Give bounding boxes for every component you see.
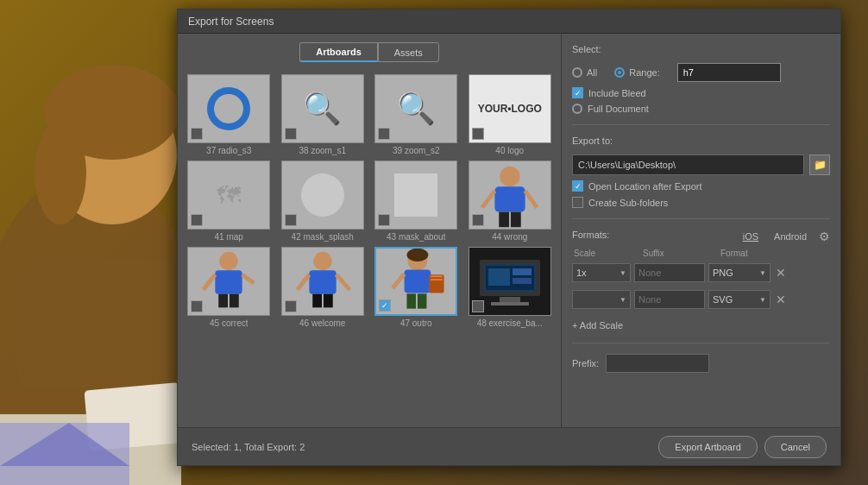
svg-point-15 (219, 252, 238, 271)
artboard-item-40[interactable]: YOUR•LOGO 40 logo (466, 74, 555, 155)
export-to-label: Export to: (572, 135, 830, 146)
svg-rect-38 (500, 297, 520, 302)
thumb-radio (207, 87, 250, 130)
scale-select-1[interactable]: 1x ▼ (572, 263, 631, 282)
artboard-item-47[interactable]: 47 outro (372, 247, 461, 328)
range-input[interactable] (677, 63, 781, 82)
artboard-checkbox-38 (285, 128, 297, 140)
export-artboard-button[interactable]: Export Artboard (658, 436, 757, 458)
ios-tab[interactable]: iOS (739, 230, 762, 243)
artboard-thumb-39: 🔍 (374, 74, 457, 143)
artboard-thumb-47 (374, 247, 457, 316)
svg-rect-19 (219, 294, 229, 308)
open-after-label: Open Location after Export (588, 181, 701, 192)
prefix-row: Prefix: (572, 354, 830, 373)
svg-line-24 (336, 274, 349, 290)
android-tab[interactable]: Android (771, 230, 810, 243)
svg-rect-25 (312, 294, 322, 308)
artboard-thumb-46 (281, 247, 364, 316)
remove-format-2-button[interactable]: ✕ (774, 293, 788, 306)
format-arrow-2: ▼ (759, 296, 766, 304)
artboard-item-48[interactable]: 48 exercise_ba... (466, 247, 555, 328)
divider-1 (572, 124, 830, 125)
full-document-row[interactable]: Full Document (572, 104, 830, 114)
browse-folder-button[interactable]: 📁 (809, 154, 830, 175)
selected-info: Selected: 1, Total Export: 2 (192, 442, 305, 452)
artboard-item-38[interactable]: 🔍 38 zoom_s1 (279, 74, 368, 155)
artboard-item-42[interactable]: 42 mask_splash (279, 161, 368, 242)
artboard-checkbox-44 (472, 214, 484, 226)
artboard-label-44: 44 wrong (492, 232, 527, 242)
artboard-thumb-38: 🔍 (281, 74, 364, 143)
artboard-item-45[interactable]: 45 correct (185, 247, 274, 328)
remove-format-1-button[interactable]: ✕ (774, 266, 788, 280)
create-subfolders-row[interactable]: Create Sub-folders (572, 197, 830, 208)
scale-arrow-2: ▼ (620, 296, 626, 304)
suffix-input-2[interactable] (634, 290, 705, 309)
open-after-row[interactable]: Open Location after Export (572, 180, 830, 192)
artboard-thumb-40: YOUR•LOGO (469, 74, 551, 143)
formats-right: iOS Android ⚙ (739, 230, 830, 243)
artboard-item-43[interactable]: 43 mask_about (372, 161, 461, 242)
svg-rect-31 (430, 274, 444, 293)
artboard-item-46[interactable]: 46 welcome (279, 247, 368, 328)
formats-section: Formats: iOS Android ⚙ Scale Suffix Form… (572, 230, 830, 332)
svg-line-18 (242, 274, 255, 283)
artboard-checkbox-47 (379, 299, 391, 312)
artboard-item-44[interactable]: 44 wrong (466, 161, 555, 242)
artboard-checkbox-41 (191, 214, 203, 226)
radio-all[interactable]: All (572, 67, 597, 78)
select-label: Select: (572, 44, 830, 54)
desktop-svg (475, 255, 544, 307)
prefix-input[interactable] (606, 354, 709, 373)
svg-rect-39 (491, 302, 529, 305)
svg-point-3 (35, 121, 86, 224)
scale-select-2[interactable]: ▼ (572, 290, 631, 309)
tab-assets[interactable]: Assets (378, 42, 439, 62)
create-subfolders-label: Create Sub-folders (588, 198, 668, 208)
artboard-checkbox-48 (472, 300, 484, 312)
format-row-2: ▼ SVG ▼ ✕ (572, 290, 830, 309)
radio-all-label: All (587, 67, 597, 78)
radio-range[interactable]: Range: (614, 67, 659, 78)
formats-settings-button[interactable]: ⚙ (819, 230, 830, 243)
add-scale-button[interactable]: + Add Scale (572, 318, 830, 332)
select-section: Select: All Range: Include Bleed (572, 44, 830, 114)
cancel-button[interactable]: Cancel (764, 436, 827, 458)
artboard-label-38: 38 zoom_s1 (299, 146, 346, 155)
svg-rect-35 (418, 293, 427, 308)
svg-rect-14 (511, 212, 521, 228)
dialog-titlebar: Export for Screens (178, 9, 840, 34)
artboard-thumb-43 (374, 161, 457, 230)
artboard-item-39[interactable]: 🔍 39 zoom_s2 (372, 74, 461, 155)
svg-rect-10 (494, 186, 525, 211)
radio-range-circle (614, 67, 625, 78)
artboard-label-48: 48 exercise_ba... (477, 318, 543, 328)
suffix-input-1[interactable] (634, 263, 705, 282)
format-value-2: SVG (713, 294, 733, 305)
export-path-input[interactable] (572, 154, 804, 175)
export-dialog: Export for Screens Artboards Assets 37 r… (177, 9, 841, 466)
radio-range-label: Range: (629, 67, 659, 78)
artboard-checkbox-46 (285, 300, 297, 312)
dialog-body: Artboards Assets 37 radio_s3 🔍 (178, 34, 840, 465)
svg-line-11 (481, 191, 494, 208)
artboard-item-37[interactable]: 37 radio_s3 (185, 74, 274, 155)
dialog-footer: Selected: 1, Total Export: 2 Export Artb… (178, 427, 840, 465)
artboard-label-46: 46 welcome (299, 318, 345, 328)
footer-buttons: Export Artboard Cancel (658, 436, 827, 458)
tab-artboards[interactable]: Artboards (299, 42, 378, 62)
artboard-item-41[interactable]: 🗺 41 map (185, 161, 274, 242)
artboard-thumb-42 (281, 161, 364, 230)
scale-arrow-1: ▼ (620, 269, 626, 277)
format-select-1[interactable]: PNG ▼ (708, 263, 771, 282)
artboard-checkbox-43 (378, 214, 390, 226)
svg-line-30 (393, 274, 404, 287)
formats-header: Formats: iOS Android ⚙ (572, 230, 830, 243)
svg-line-23 (297, 274, 309, 290)
format-row-header: Scale Suffix Format (572, 249, 830, 258)
format-select-2[interactable]: SVG ▼ (708, 290, 771, 309)
svg-point-21 (313, 252, 332, 271)
artboard-label-45: 45 correct (210, 318, 248, 328)
include-bleed-row[interactable]: Include Bleed (572, 87, 830, 98)
